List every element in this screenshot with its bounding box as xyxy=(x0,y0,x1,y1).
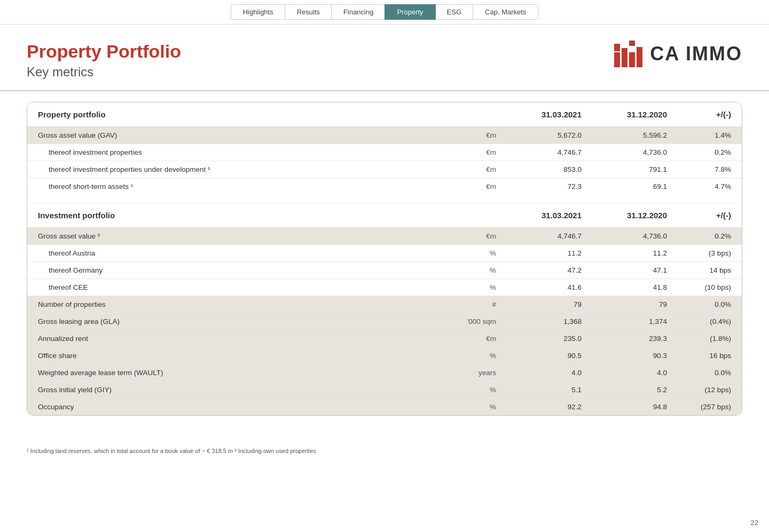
page-number: 22 xyxy=(751,519,758,527)
table-row: thereof investment properties under deve… xyxy=(27,161,742,178)
table-row: Weighted average lease term (WAULT) year… xyxy=(27,364,742,382)
table-row: Number of properties # 79 79 0.0% xyxy=(27,296,742,313)
property-portfolio-rows: Gross asset value (GAV) €m 5,672.0 5,596… xyxy=(27,127,742,195)
table-row: thereof Germany % 47.2 47.1 14 bps xyxy=(27,262,742,279)
table-row: Gross asset value (GAV) €m 5,672.0 5,596… xyxy=(27,127,742,144)
svg-rect-1 xyxy=(614,44,620,51)
table-row: Office share % 90.5 90.3 16 bps xyxy=(27,347,742,364)
nav-tab-cap.-markets[interactable]: Cap. Markets xyxy=(473,4,538,20)
table-row: Annualized rent €m 235.0 239.3 (1.8%) xyxy=(27,330,742,347)
nav-tab-results[interactable]: Results xyxy=(285,4,332,20)
logo-icon xyxy=(614,41,644,67)
logo-text: CA IMMO xyxy=(650,43,742,65)
table-row: thereof Austria % 11.2 11.2 (3 bps) xyxy=(27,245,742,262)
nav-tab-property[interactable]: Property xyxy=(384,4,435,20)
page-title: Property Portfolio xyxy=(27,41,181,62)
svg-rect-2 xyxy=(622,48,627,67)
table-row: Occupancy % 92.2 94.8 (257 bps) xyxy=(27,399,742,415)
investment-portfolio-rows: Gross asset value ² €m 4,746.7 4,736.0 0… xyxy=(27,228,742,415)
pp-date1: 31.03.2021 xyxy=(496,110,582,119)
pp-date2: 31.12.2020 xyxy=(582,110,667,119)
nav-tab-esg[interactable]: ESG xyxy=(435,4,474,20)
ip-change-header: +/(-) xyxy=(667,211,731,220)
investment-portfolio-header: Investment portfolio 31.03.2021 31.12.20… xyxy=(27,203,742,228)
page-subtitle: Key metrics xyxy=(27,65,181,80)
table-row: Gross leasing area (GLA) '000 sqm 1,368 … xyxy=(27,313,742,330)
page-header: Property Portfolio Key metrics CA IMMO xyxy=(0,25,769,91)
investment-portfolio-label: Investment portfolio xyxy=(38,211,432,220)
table-row: thereof investment properties €m 4,746.7… xyxy=(27,144,742,161)
ip-date1: 31.03.2021 xyxy=(496,211,582,220)
svg-rect-3 xyxy=(629,41,635,46)
table-row: thereof CEE % 41.6 41.8 (10 bps) xyxy=(27,279,742,296)
nav-tab-highlights[interactable]: Highlights xyxy=(231,4,286,20)
top-navigation: HighlightsResultsFinancingPropertyESGCap… xyxy=(0,0,769,25)
table-row: Gross asset value ² €m 4,746.7 4,736.0 0… xyxy=(27,228,742,245)
property-portfolio-label: Property portfolio xyxy=(38,110,432,119)
pp-change-header: +/(-) xyxy=(667,110,731,119)
svg-rect-4 xyxy=(629,52,635,67)
section-separator xyxy=(27,195,742,203)
svg-rect-5 xyxy=(637,47,642,67)
footer-note: ¹ Including land reserves, which in tota… xyxy=(0,442,769,459)
nav-tab-financing[interactable]: Financing xyxy=(331,4,386,20)
table-row: thereof short-term assets ¹ €m 72.3 69.1… xyxy=(27,178,742,195)
company-logo: CA IMMO xyxy=(614,41,742,67)
ip-date2: 31.12.2020 xyxy=(582,211,667,220)
main-content: Property portfolio 31.03.2021 31.12.2020… xyxy=(0,91,769,442)
table-card: Property portfolio 31.03.2021 31.12.2020… xyxy=(27,102,742,416)
title-block: Property Portfolio Key metrics xyxy=(27,41,181,80)
svg-rect-0 xyxy=(614,52,620,67)
property-portfolio-header: Property portfolio 31.03.2021 31.12.2020… xyxy=(27,102,742,127)
table-row: Gross initial yield (GIY) % 5.1 5.2 (12 … xyxy=(27,382,742,399)
